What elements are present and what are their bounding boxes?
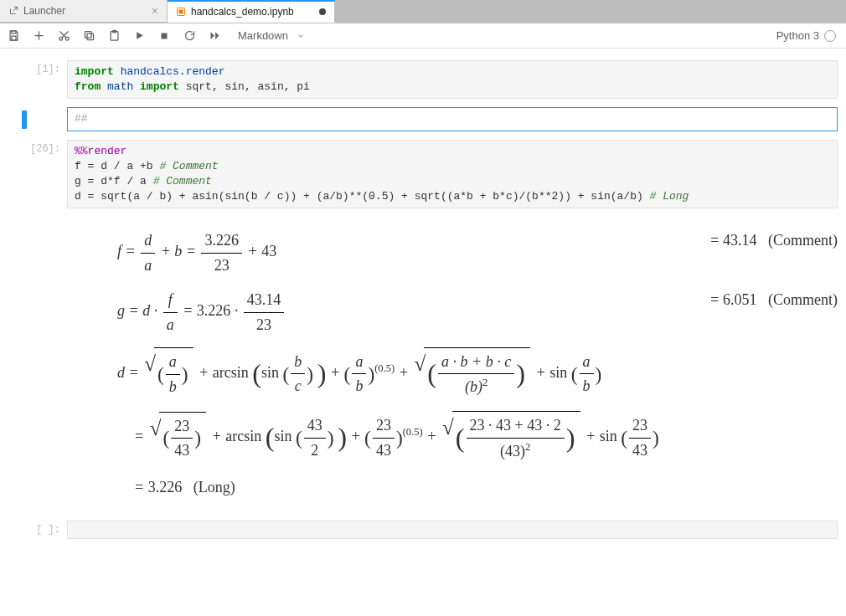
markdown-input[interactable]: ## <box>67 107 838 131</box>
cell-gutter: [1]: <box>8 60 67 99</box>
tab-bar: Launcher × handcalcs_demo.ipynb <box>0 0 846 23</box>
paste-button[interactable] <box>107 29 121 42</box>
tab-spacer <box>335 0 846 23</box>
kernel-status-icon <box>824 30 836 42</box>
kernel-indicator[interactable]: Python 3 <box>776 29 839 42</box>
svg-rect-10 <box>162 33 168 38</box>
tab-notebook[interactable]: handcalcs_demo.ipynb <box>168 0 335 23</box>
notebook-body[interactable]: [1]: import handcalcs.render from math i… <box>0 49 846 616</box>
code-input[interactable]: %%render f = d / a +b # Comment g = d*f … <box>67 140 838 209</box>
save-button[interactable] <box>7 29 20 42</box>
tab-label: handcalcs_demo.ipynb <box>191 6 294 18</box>
notebook-toolbar: Markdown Python 3 <box>0 23 846 49</box>
stop-button[interactable] <box>157 31 171 41</box>
svg-rect-7 <box>85 32 91 38</box>
dirty-indicator-icon <box>319 8 326 15</box>
run-all-button[interactable] <box>208 29 221 42</box>
exec-prompt: [26]: <box>30 143 60 155</box>
svg-rect-6 <box>87 33 94 40</box>
exec-prompt: [ ]: <box>36 524 60 536</box>
code-input[interactable]: import handcalcs.render from math import… <box>67 60 838 99</box>
chevron-down-icon <box>297 32 305 40</box>
add-cell-button[interactable] <box>32 29 45 42</box>
kernel-name: Python 3 <box>776 29 819 42</box>
svg-rect-1 <box>179 10 183 14</box>
markdown-cell-active[interactable]: ## <box>8 107 838 131</box>
output-cell: f = da + b = 3.22623 + 43 = 43.14 (Comme… <box>8 217 838 512</box>
code-cell[interactable]: [26]: %%render f = d / a +b # Comment g … <box>8 140 838 209</box>
active-indicator-icon <box>22 110 27 129</box>
close-icon[interactable]: × <box>152 4 158 18</box>
external-icon <box>8 6 18 16</box>
cell-gutter <box>8 107 67 131</box>
code-cell-empty[interactable]: [ ]: <box>8 521 838 539</box>
run-button[interactable] <box>132 30 146 41</box>
restart-button[interactable] <box>183 29 196 42</box>
cell-gutter <box>8 217 67 512</box>
notebook-icon <box>176 7 186 17</box>
copy-button[interactable] <box>82 29 95 42</box>
tab-launcher[interactable]: Launcher × <box>0 0 168 23</box>
svg-rect-3 <box>12 36 16 40</box>
celltype-label: Markdown <box>238 29 288 42</box>
celltype-dropdown[interactable]: Markdown <box>233 29 310 42</box>
tab-label: Launcher <box>23 5 65 17</box>
rendered-math: f = da + b = 3.22623 + 43 = 43.14 (Comme… <box>67 217 838 512</box>
svg-rect-2 <box>12 31 16 33</box>
cut-button[interactable] <box>57 29 70 42</box>
exec-prompt: [1]: <box>36 64 60 75</box>
code-input[interactable] <box>67 521 838 539</box>
cell-gutter: [26]: <box>8 140 67 209</box>
code-cell[interactable]: [1]: import handcalcs.render from math i… <box>8 60 838 99</box>
cell-gutter: [ ]: <box>8 521 67 539</box>
